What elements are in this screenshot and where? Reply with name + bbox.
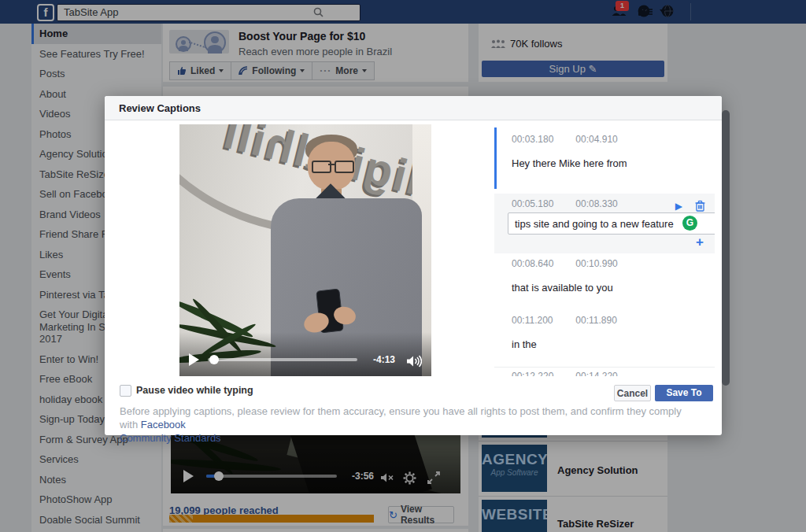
add-caption-icon[interactable]: + xyxy=(696,235,704,250)
pause-video-checkbox[interactable] xyxy=(120,385,131,397)
dialog-title: Review Captions xyxy=(119,102,201,114)
caption-end-time: 00:14.220 xyxy=(575,371,617,376)
volume-icon[interactable] xyxy=(406,355,422,368)
glasses-lens xyxy=(335,161,354,173)
caption-row-1[interactable]: 00:03.180 00:04.910 Hey there Mike here … xyxy=(494,127,715,189)
video-progress-track[interactable] xyxy=(208,358,357,361)
caption-start-time: 00:12.220 xyxy=(512,371,573,376)
caption-row-3[interactable]: 00:08.640 00:10.990 that is available to… xyxy=(494,258,715,313)
caption-start-time: 00:11.200 xyxy=(512,315,573,326)
glasses-bridge xyxy=(328,164,335,165)
caption-times: 00:08.640 00:10.990 xyxy=(512,258,715,269)
caption-row-4[interactable]: 00:11.200 00:11.890 in the xyxy=(494,315,715,365)
caption-start-time: 00:08.640 xyxy=(512,258,573,269)
review-captions-dialog: Review Captions digitalhill -4:13 xyxy=(105,96,722,435)
caption-end-time: 00:11.890 xyxy=(575,315,617,326)
dialog-header: Review Captions xyxy=(105,96,722,120)
captions-scrollbar[interactable] xyxy=(722,110,730,386)
save-to-video-button[interactable]: Save To Video xyxy=(655,385,713,401)
caption-end-time: 00:04.910 xyxy=(575,134,617,145)
caption-times: 00:03.180 00:04.910 xyxy=(512,134,715,145)
caption-row-2[interactable]: 00:05.180 00:08.330 ▶ G + xyxy=(494,194,715,253)
play-icon[interactable] xyxy=(189,353,199,366)
facebook-link[interactable]: Facebook xyxy=(141,419,186,430)
caption-start-time: 00:05.180 xyxy=(512,198,573,209)
disclaimer-text: Before applying captions, please review … xyxy=(120,405,682,430)
caption-times: 00:12.220 00:14.220 xyxy=(512,371,715,376)
caption-times: 00:11.200 00:11.890 xyxy=(512,315,715,326)
caption-text: that is available to you xyxy=(512,282,715,294)
play-caption-icon[interactable]: ▶ xyxy=(675,201,682,212)
captions-list: 00:03.180 00:04.910 Hey there Mike here … xyxy=(494,124,715,376)
caption-text: in the xyxy=(512,338,715,350)
caption-row-5[interactable]: 00:12.220 00:14.220 xyxy=(494,367,715,376)
captions-disclaimer: Before applying captions, please review … xyxy=(120,405,690,445)
caption-end-time: 00:10.990 xyxy=(575,258,617,269)
cancel-button[interactable]: Cancel xyxy=(614,385,651,401)
caption-end-time: 00:08.330 xyxy=(575,198,617,209)
caption-video-player[interactable]: digitalhill -4:13 xyxy=(179,124,431,376)
caption-text: Hey there Mike here from xyxy=(512,157,715,169)
glasses-lens xyxy=(312,161,331,173)
pause-video-label: Pause video while typing xyxy=(136,385,253,396)
video-progress-handle[interactable] xyxy=(209,355,219,364)
caption-start-time: 00:03.180 xyxy=(512,134,573,145)
delete-caption-icon[interactable] xyxy=(695,200,705,212)
grammarly-icon[interactable]: G xyxy=(682,216,697,231)
video-time-remaining: -4:13 xyxy=(373,354,395,365)
community-standards-link[interactable]: Community Standards xyxy=(120,432,221,444)
